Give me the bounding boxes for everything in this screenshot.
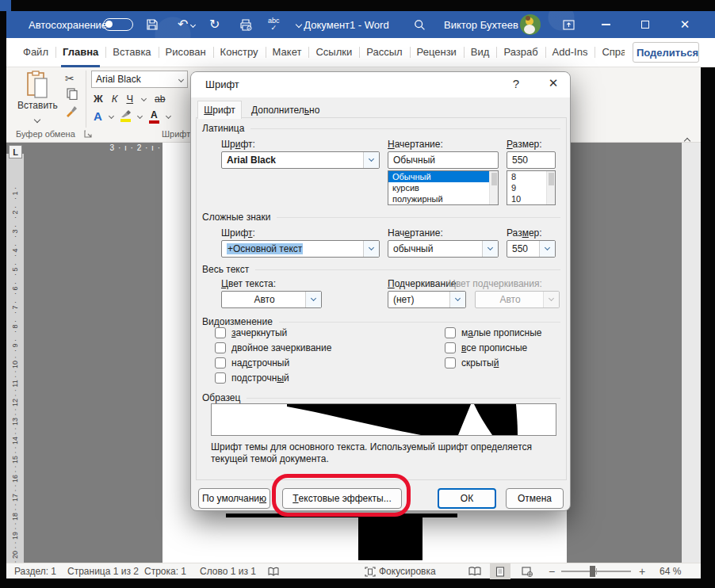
latin-style-input[interactable]: Обычный [388, 151, 499, 169]
dropdown-button[interactable] [482, 241, 498, 257]
scrollbar-thumb[interactable] [491, 173, 497, 185]
ribbon-display-options-button[interactable] [563, 11, 575, 38]
tab-Рассыл[interactable]: Рассыл [359, 38, 409, 67]
format-painter-button[interactable] [65, 105, 78, 118]
zoom-out-button[interactable]: − [549, 563, 555, 579]
dropdown-button[interactable] [363, 241, 379, 257]
autosave-toggle[interactable] [103, 11, 133, 38]
checkbox[interactable] [215, 327, 226, 338]
undo-button[interactable]: ↶ [178, 11, 195, 38]
tab-Вид[interactable]: Вид [464, 38, 497, 67]
preview-group: Образец [202, 392, 560, 403]
paste-button[interactable]: Вставить [17, 71, 57, 125]
read-mode-button[interactable] [465, 563, 485, 579]
latin-size-list[interactable]: 8910 [507, 170, 556, 205]
dialog-help-button[interactable]: ? [508, 77, 524, 90]
text-effects-button[interactable]: А [94, 110, 102, 122]
save-icon[interactable] [146, 11, 159, 38]
zoom-slider[interactable] [561, 563, 631, 579]
zoom-thumb[interactable] [590, 566, 595, 577]
print-layout-button[interactable] [490, 563, 510, 579]
tab-Ссылки[interactable]: Ссылки [308, 38, 359, 67]
dialog-tab-font[interactable]: Шрифт [197, 101, 242, 119]
status-section[interactable]: Раздел: 1 [14, 563, 56, 579]
checkbox[interactable] [445, 327, 456, 338]
tab-Разраб[interactable]: Разраб [496, 38, 545, 67]
font-color-button[interactable]: А [149, 110, 159, 124]
font-color-dropdown-icon[interactable] [166, 113, 171, 119]
text-effects-dropdown-icon[interactable] [109, 113, 114, 119]
tab-Вставка[interactable]: Вставка [105, 38, 158, 67]
close-button[interactable]: ✕ [674, 11, 696, 38]
quick-print-button[interactable] [239, 11, 253, 38]
zoom-percentage[interactable]: 64 % [660, 563, 681, 579]
status-page[interactable]: Страница 1 из 2 [67, 563, 139, 579]
dropdown-button[interactable] [449, 292, 465, 307]
dialog-tab-advanced[interactable]: Дополнительно [245, 102, 326, 118]
dropdown-button[interactable] [539, 241, 555, 257]
maximize-button[interactable] [634, 11, 656, 38]
status-line[interactable]: Строка: 1 [144, 563, 186, 579]
dialog-close-button[interactable]: ✕ [545, 76, 562, 90]
text-color-combo[interactable]: Авто [221, 291, 322, 308]
underline-style-combo[interactable]: (нет) [388, 291, 466, 308]
highlight-button[interactable] [120, 110, 131, 122]
share-button[interactable]: Поделиться [633, 42, 699, 63]
quick-access-more-button[interactable] [296, 11, 301, 38]
zoom-in-button[interactable]: + [639, 563, 645, 579]
tab-Рисован[interactable]: Рисован [159, 38, 213, 67]
tab-Главна[interactable]: Главна [55, 38, 105, 67]
bold-button[interactable]: Ж [94, 93, 103, 105]
complex-size-combo[interactable]: 550 [507, 240, 556, 258]
complex-font-combo[interactable]: +Основной текст [221, 240, 380, 258]
font-name-combo[interactable]: Arial Black [91, 71, 188, 88]
vertical-scrollbar[interactable] [682, 143, 701, 563]
ok-button[interactable]: ОК [438, 488, 496, 509]
list-scrollbar[interactable] [489, 171, 498, 204]
complex-style-combo[interactable]: обычный [388, 240, 499, 258]
checkbox[interactable] [445, 342, 456, 353]
tab-Констру[interactable]: Констру [213, 38, 266, 67]
highlight-dropdown-icon[interactable] [137, 113, 143, 119]
checkbox[interactable] [215, 357, 226, 368]
latin-style-list[interactable]: Обычныйкурсивполужирный [388, 170, 499, 205]
search-button[interactable] [414, 11, 426, 38]
checkbox[interactable] [445, 357, 456, 368]
dropdown-button[interactable] [305, 292, 321, 307]
redo-button[interactable]: ↻ [209, 11, 220, 38]
status-words[interactable]: Слово 1 из 1 [200, 563, 256, 579]
tab-Файл[interactable]: Файл [16, 38, 55, 67]
cut-button[interactable]: ✂ [65, 72, 75, 85]
focus-mode-button[interactable]: Фокусировка [365, 563, 436, 579]
cancel-button[interactable]: Отмена [506, 488, 564, 509]
tab-Рецензи[interactable]: Рецензи [410, 38, 464, 67]
list-scrollbar[interactable] [546, 171, 555, 204]
underline-button[interactable]: Ч [126, 93, 133, 105]
latin-size-input[interactable]: 550 [507, 151, 556, 169]
style-option[interactable]: полужирный [388, 193, 498, 204]
dropdown-button[interactable] [363, 152, 379, 168]
latin-font-combo[interactable]: Arial Black [221, 151, 380, 169]
zoom-track[interactable] [561, 571, 631, 572]
spelling-button[interactable]: abc✓ [268, 11, 280, 38]
tab-Макет[interactable]: Макет [266, 38, 309, 67]
default-button[interactable]: По умолчанию [198, 488, 270, 509]
avatar[interactable] [520, 11, 541, 38]
copy-button[interactable] [67, 88, 78, 100]
minimize-button[interactable] [595, 11, 617, 38]
style-option[interactable]: Обычный [388, 171, 498, 182]
strikethrough-button[interactable]: ab [155, 94, 165, 105]
web-layout-button[interactable] [517, 563, 537, 579]
check-icon: ✓ [270, 25, 277, 32]
italic-button[interactable]: К [112, 93, 118, 105]
tab-selector-button[interactable]: L [9, 145, 22, 158]
proofing-status-button[interactable] [268, 563, 279, 579]
checkbox[interactable] [215, 342, 226, 353]
tab-Справка[interactable]: Справка [595, 38, 625, 67]
style-option[interactable]: курсив [388, 182, 498, 193]
scrollbar-thumb[interactable] [549, 173, 554, 185]
checkbox[interactable] [215, 372, 226, 384]
underline-dropdown-icon[interactable] [141, 96, 147, 101]
tab-Add-Ins[interactable]: Add-Ins [545, 38, 595, 67]
clipboard-dialog-launcher[interactable] [84, 130, 92, 138]
